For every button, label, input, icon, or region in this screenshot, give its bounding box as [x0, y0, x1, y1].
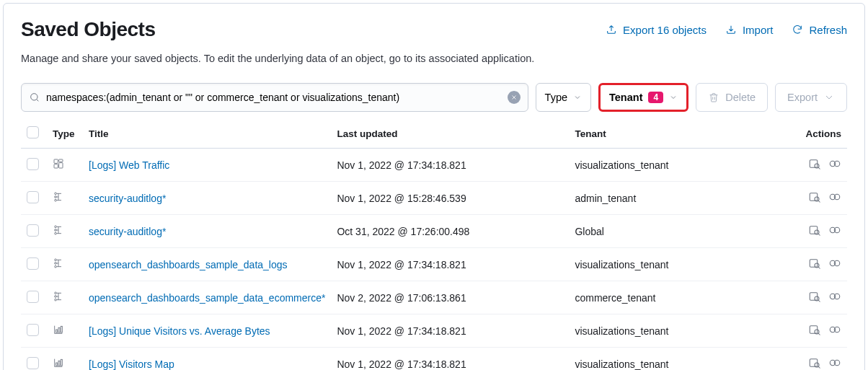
row-checkbox[interactable]	[27, 257, 39, 270]
inspect-icon	[808, 190, 821, 203]
refresh-icon	[792, 24, 803, 35]
tenant-cell: admin_tenant	[569, 182, 789, 215]
page-header: Saved Objects Export 16 objects Import R…	[21, 18, 847, 41]
col-tenant[interactable]: Tenant	[569, 120, 789, 149]
index-pattern-icon	[53, 291, 64, 302]
delete-label: Delete	[725, 92, 756, 103]
relationships-icon	[828, 157, 841, 170]
search-input[interactable]	[40, 92, 508, 103]
inspect-button[interactable]	[808, 290, 821, 305]
inspect-button[interactable]	[808, 157, 821, 172]
last-updated-cell: Nov 1, 2022 @ 17:34:18.821	[331, 149, 569, 182]
toolbar: Type Tenant 4 Delete Export	[21, 83, 847, 112]
object-title-link[interactable]: [Logs] Unique Visitors vs. Average Bytes	[89, 325, 270, 337]
object-title-link[interactable]: security-auditlog*	[89, 226, 166, 237]
delete-button[interactable]: Delete	[696, 83, 768, 112]
clear-search-button[interactable]	[508, 91, 521, 104]
object-title-link[interactable]: security-auditlog*	[89, 193, 166, 204]
inspect-icon	[808, 356, 821, 369]
inspect-button[interactable]	[808, 323, 821, 338]
inspect-icon	[808, 157, 821, 170]
page-subtitle: Manage and share your saved objects. To …	[21, 53, 847, 64]
export-icon	[606, 24, 617, 35]
export-label: Export	[787, 92, 818, 103]
inspect-icon	[808, 290, 821, 303]
row-checkbox[interactable]	[27, 291, 39, 303]
relationships-button[interactable]	[828, 323, 841, 338]
search-box[interactable]	[21, 83, 528, 112]
relationships-button[interactable]	[828, 157, 841, 172]
object-title-link[interactable]: opensearch_dashboards_sample_data_ecomme…	[89, 292, 325, 304]
trash-icon	[708, 92, 719, 103]
index-pattern-icon	[53, 224, 64, 236]
visualization-icon	[53, 324, 64, 335]
tenant-cell: visualizations_tenant	[569, 149, 789, 182]
inspect-button[interactable]	[808, 356, 821, 370]
last-updated-cell: Nov 1, 2022 @ 17:34:18.821	[331, 348, 569, 371]
inspect-button[interactable]	[808, 257, 821, 272]
relationships-button[interactable]	[828, 257, 841, 272]
tenant-cell: Global	[569, 215, 789, 248]
last-updated-cell: Nov 1, 2022 @ 17:34:18.821	[331, 314, 569, 348]
relationships-button[interactable]	[828, 190, 841, 206]
close-icon	[510, 94, 518, 101]
tenant-cell: visualizations_tenant	[569, 248, 789, 281]
row-checkbox[interactable]	[27, 224, 39, 237]
relationships-icon	[828, 257, 841, 270]
relationships-icon	[828, 356, 841, 369]
relationships-button[interactable]	[828, 290, 841, 305]
row-checkbox[interactable]	[27, 324, 39, 336]
relationships-icon	[828, 190, 841, 203]
object-title-link[interactable]: opensearch_dashboards_sample_data_logs	[89, 259, 288, 270]
export-selection-button[interactable]: Export	[775, 83, 847, 112]
table-row: security-auditlog*Nov 1, 2022 @ 15:28:46…	[21, 182, 847, 215]
inspect-icon	[808, 257, 821, 270]
row-checkbox[interactable]	[27, 158, 39, 170]
refresh-button[interactable]: Refresh	[792, 24, 847, 36]
tenant-cell: visualizations_tenant	[569, 348, 789, 371]
export-all-label: Export 16 objects	[623, 24, 707, 36]
index-pattern-icon	[53, 257, 64, 269]
col-title[interactable]: Title	[83, 120, 331, 149]
inspect-icon	[808, 224, 821, 237]
relationships-button[interactable]	[828, 224, 841, 239]
last-updated-cell: Nov 1, 2022 @ 15:28:46.539	[331, 182, 569, 215]
tenant-count-badge: 4	[648, 92, 663, 103]
table-row: opensearch_dashboards_sample_data_ecomme…	[21, 281, 847, 314]
table-row: [Logs] Visitors MapNov 1, 2022 @ 17:34:1…	[21, 348, 847, 371]
last-updated-cell: Oct 31, 2022 @ 17:26:00.498	[331, 215, 569, 248]
relationships-icon	[828, 323, 841, 336]
table-header-row: Type Title Last updated Tenant Actions	[21, 120, 847, 149]
inspect-button[interactable]	[808, 224, 821, 239]
last-updated-cell: Nov 1, 2022 @ 17:34:18.821	[331, 248, 569, 281]
object-title-link[interactable]: [Logs] Web Traffic	[89, 159, 169, 171]
import-label: Import	[743, 24, 774, 36]
table-row: opensearch_dashboards_sample_data_logsNo…	[21, 248, 847, 281]
col-type[interactable]: Type	[47, 120, 83, 149]
table-row: security-auditlog*Oct 31, 2022 @ 17:26:0…	[21, 215, 847, 248]
import-button[interactable]: Import	[725, 24, 774, 36]
saved-objects-panel: Saved Objects Export 16 objects Import R…	[3, 3, 865, 370]
relationships-button[interactable]	[828, 356, 841, 370]
export-all-button[interactable]: Export 16 objects	[606, 24, 707, 36]
tenant-cell: visualizations_tenant	[569, 314, 789, 348]
import-icon	[725, 24, 737, 35]
chevron-down-icon	[669, 93, 678, 102]
table-row: [Logs] Web TrafficNov 1, 2022 @ 17:34:18…	[21, 149, 847, 182]
search-icon	[29, 92, 40, 103]
tenant-cell: commerce_tenant	[569, 281, 789, 314]
page-title: Saved Objects	[21, 18, 155, 41]
object-title-link[interactable]: [Logs] Visitors Map	[89, 358, 174, 370]
type-filter[interactable]: Type	[536, 83, 591, 112]
row-checkbox[interactable]	[27, 191, 39, 203]
row-checkbox[interactable]	[27, 357, 39, 369]
table-row: [Logs] Unique Visitors vs. Average Bytes…	[21, 314, 847, 348]
col-actions: Actions	[789, 120, 847, 149]
dashboard-icon	[53, 158, 64, 169]
type-filter-label: Type	[545, 92, 567, 103]
tenant-filter[interactable]: Tenant 4	[598, 83, 688, 112]
select-all-checkbox[interactable]	[27, 126, 39, 138]
col-updated[interactable]: Last updated	[331, 120, 569, 149]
inspect-button[interactable]	[808, 190, 821, 206]
refresh-label: Refresh	[809, 24, 847, 36]
